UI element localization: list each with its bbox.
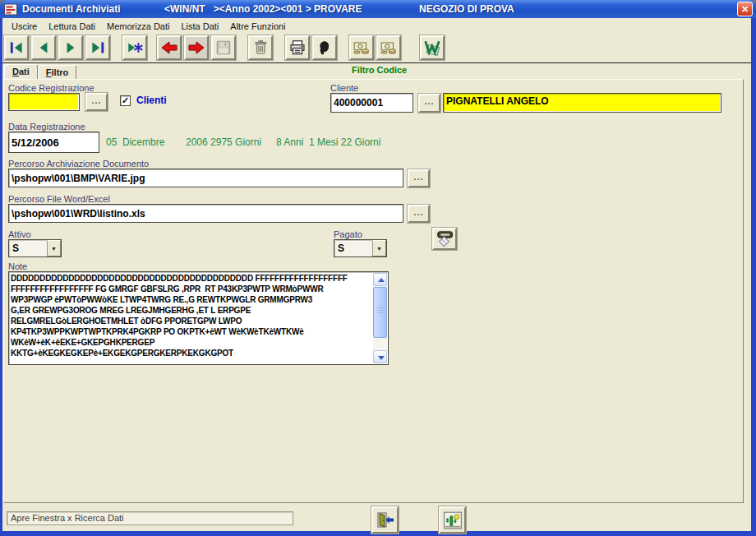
note-textarea[interactable]: DDDDDDDDDDDDDDDDDDDDDDDDDDDDDDDDDDDDDDDD…: [8, 271, 389, 365]
payments2-button[interactable]: [376, 35, 401, 60]
note-label: Note: [8, 261, 27, 271]
red-arrow-left-icon: [160, 39, 178, 57]
save-button[interactable]: [211, 35, 236, 60]
next-record-icon: [62, 39, 80, 57]
menu-altre-funzioni[interactable]: Altre Funzioni: [224, 20, 291, 33]
exit-button[interactable]: [371, 506, 399, 534]
new-record-button[interactable]: [122, 35, 147, 60]
scroll-up-button[interactable]: [373, 273, 387, 286]
view-document-icon: [434, 229, 455, 249]
red-arrow-right-icon: [187, 39, 205, 57]
printer-icon: [288, 39, 307, 57]
pagato-label: Pagato: [334, 229, 362, 239]
close-button[interactable]: ✕: [737, 2, 753, 16]
clienti-label: Clienti: [136, 95, 167, 106]
tab-strip: Dati Filtro: [4, 64, 76, 79]
previous-record-icon: [35, 39, 53, 57]
payments-button[interactable]: [349, 35, 374, 60]
person-face-icon: [316, 39, 334, 57]
money-icon: [353, 39, 371, 57]
menu-lettura-dati[interactable]: Lettura Dati: [43, 20, 101, 33]
menu-lista-dati[interactable]: Lista Dati: [175, 20, 224, 33]
data-registrazione-input[interactable]: [8, 132, 99, 153]
scroll-up-icon: [378, 278, 385, 282]
percorso-documento-label: Percorso Archiviazione Documento: [8, 159, 149, 169]
codice-registrazione-label: Codice Registrazione: [8, 83, 94, 93]
attivo-value: S: [9, 240, 47, 256]
tab-dati[interactable]: Dati: [4, 64, 38, 79]
exit-door-icon: [376, 511, 395, 530]
status-hint-box: Apre Finestra x Ricerca Dati: [7, 511, 293, 525]
scroll-down-icon: [378, 356, 385, 360]
next-archive-button[interactable]: [184, 35, 209, 60]
scroll-down-button[interactable]: [373, 350, 387, 363]
dropdown-arrow-icon[interactable]: ▼: [372, 240, 386, 256]
filtro-codice-label: Filtro Codice: [352, 65, 407, 75]
date-info-age: 8 Anni 1 Mesi 22 Giorni: [276, 136, 380, 148]
codice-browse-button[interactable]: ...: [85, 93, 108, 111]
first-record-button[interactable]: [4, 35, 29, 60]
attivo-dropdown[interactable]: S ▼: [8, 239, 62, 257]
attivo-label: Attivo: [8, 229, 31, 239]
client-area: Uscire Lettura Dati Memorizza Dati Lista…: [2, 18, 751, 531]
word-icon: [423, 39, 441, 57]
next-record-button[interactable]: [58, 35, 83, 60]
session-info: <WIN/NT ><Anno 2002><001 > PROVARE: [164, 3, 362, 15]
codice-registrazione-input[interactable]: [8, 93, 80, 111]
cliente-browse-button[interactable]: ...: [418, 94, 440, 113]
app-window: Documenti Archiviati <WIN/NT ><Anno 2002…: [0, 0, 756, 536]
scroll-thumb[interactable]: [373, 287, 387, 338]
note-scrollbar[interactable]: [373, 273, 387, 363]
first-record-icon: [7, 39, 25, 57]
window-title: Documenti Archiviati: [22, 3, 121, 15]
last-record-button[interactable]: [85, 35, 110, 60]
contact-button[interactable]: [312, 35, 337, 60]
last-record-icon: [89, 39, 107, 57]
toolbar: [2, 34, 751, 63]
data-registrazione-label: Data Registrazione: [8, 122, 85, 132]
word-button[interactable]: [420, 35, 445, 60]
prev-archive-button[interactable]: [157, 35, 182, 60]
trash-icon: [251, 39, 270, 57]
documento-browse-button[interactable]: ...: [408, 169, 430, 187]
desktop-button[interactable]: [439, 506, 466, 534]
titlebar: Documenti Archiviati <WIN/NT ><Anno 2002…: [0, 0, 756, 18]
form-icon: [4, 3, 18, 16]
tab-filtro[interactable]: Filtro: [38, 65, 77, 79]
delete-button[interactable]: [248, 35, 273, 60]
save-floppy-icon: [214, 39, 233, 57]
store-name: NEGOZIO DI PROVA: [419, 3, 514, 15]
percorso-word-label: Percorso File Word/Excel: [8, 194, 110, 204]
date-info-days: 2006 2975 Giorni: [186, 136, 261, 148]
cactus-sun-icon: [443, 511, 463, 530]
menubar: Uscire Lettura Dati Memorizza Dati Lista…: [2, 18, 751, 34]
pagato-value: S: [334, 240, 372, 256]
dati-tab-page: Codice Registrazione ... ✓ Clienti Clien…: [3, 79, 744, 503]
money2-icon: [380, 39, 398, 57]
previous-record-button[interactable]: [31, 35, 56, 60]
print-button[interactable]: [285, 35, 310, 60]
clienti-checkbox[interactable]: ✓: [120, 95, 131, 106]
percorso-word-input[interactable]: [8, 204, 403, 223]
percorso-documento-input[interactable]: [8, 169, 403, 187]
word-browse-button[interactable]: ...: [408, 205, 430, 223]
cliente-label: Cliente: [330, 83, 358, 93]
dropdown-arrow-icon[interactable]: ▼: [47, 240, 61, 256]
new-record-icon: [126, 39, 144, 57]
menu-memorizza-dati[interactable]: Memorizza Dati: [101, 20, 175, 33]
pagato-dropdown[interactable]: S ▼: [334, 239, 387, 257]
cliente-code-input[interactable]: [330, 93, 413, 113]
menu-uscire[interactable]: Uscire: [6, 20, 43, 33]
date-info-day: 05 Dicembre: [106, 136, 164, 148]
note-text[interactable]: DDDDDDDDDDDDDDDDDDDDDDDDDDDDDDDDDDDDDDDD…: [11, 273, 372, 363]
view-document-button[interactable]: [432, 228, 457, 250]
cliente-name-field[interactable]: PIGNATELLI ANGELO: [443, 93, 721, 113]
